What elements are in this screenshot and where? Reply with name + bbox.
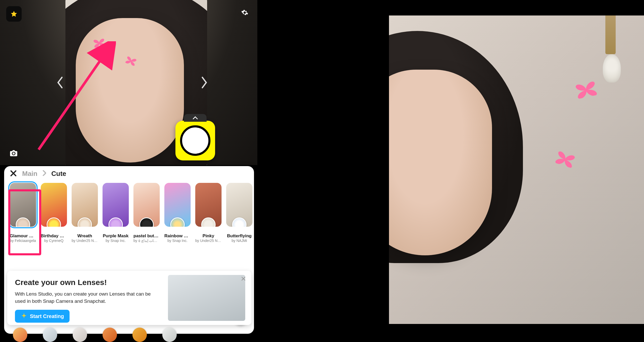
sparkle-icon xyxy=(21,313,27,320)
lens-name: Purple Mask xyxy=(103,233,129,239)
background-lamp xyxy=(605,15,616,54)
lens-icon-peek xyxy=(13,328,27,342)
star-icon xyxy=(10,10,18,18)
camera-output-large xyxy=(389,15,644,324)
lens-author: by Feliciaangela xyxy=(10,239,36,243)
favorites-button[interactable] xyxy=(6,6,22,22)
lens-icon-peek xyxy=(132,328,147,342)
lens-thumbnail xyxy=(133,183,160,227)
chevron-right-icon xyxy=(200,76,208,89)
start-creating-button[interactable]: Start Creating xyxy=(15,310,70,323)
lens-icon-peek xyxy=(162,328,177,342)
lens-thumbnail xyxy=(103,183,129,227)
lens-name: Glamour Bu… xyxy=(10,233,36,239)
lens-name: Rainbow Hair xyxy=(164,233,191,239)
chevron-left-icon xyxy=(56,76,64,89)
snap-camera-window: Main Cute Glamour Bu…by FeliciaangelaBir… xyxy=(0,0,257,209)
lens-badge-icon xyxy=(170,217,185,227)
lens-name: Birthday Bal… xyxy=(41,233,67,239)
gear-icon xyxy=(241,9,248,16)
promo-title: Create your own Lenses! xyxy=(15,278,154,287)
lens-card[interactable]: Rainbow Hairby Snap Inc. xyxy=(164,183,191,243)
previous-lens-button[interactable] xyxy=(54,72,66,93)
lens-card[interactable]: Glamour Bu…by Feliciaangela xyxy=(10,183,36,243)
lens-name: Butterflying xyxy=(226,233,252,239)
butterfly-overlay xyxy=(574,79,598,99)
butterfly-overlay xyxy=(93,37,105,48)
lens-badge-icon xyxy=(16,217,30,227)
promo-thumbnail xyxy=(168,275,245,321)
snapcode-expand-handle[interactable] xyxy=(184,114,207,122)
lens-name: Pinky xyxy=(195,233,222,239)
lens-card[interactable]: Birthday Bal…by CyreneQ xyxy=(41,183,67,243)
lens-thumbnail xyxy=(195,183,222,227)
promo-text: Create your own Lenses! With Lens Studio… xyxy=(15,278,154,318)
lens-name: pastel butte… xyxy=(133,233,160,239)
lens-badge-icon xyxy=(201,217,216,227)
lens-badge-icon xyxy=(108,217,123,227)
lens-author: by CyreneQ xyxy=(41,239,67,243)
butterfly-overlay xyxy=(554,149,577,168)
lens-badge-icon xyxy=(232,217,247,227)
next-lens-button[interactable] xyxy=(198,72,210,93)
lens-icon-peek xyxy=(103,328,117,342)
lens-icon-peek xyxy=(43,328,57,342)
screenshot-composite: Main Cute Glamour Bu…by FeliciaangelaBir… xyxy=(0,0,644,342)
camera-preview-area xyxy=(0,0,257,165)
lens-author: by Snap Inc. xyxy=(164,239,191,243)
close-lens-browser-button[interactable] xyxy=(10,170,17,178)
lens-card[interactable]: Butterflyingby NAJMi xyxy=(226,183,252,243)
take-photo-button[interactable] xyxy=(7,148,20,159)
lens-browser-header: Main Cute xyxy=(4,166,254,181)
lens-card[interactable]: Wreathby Under25 NI… xyxy=(72,183,98,243)
breadcrumb-separator xyxy=(43,170,46,178)
lens-badge-icon xyxy=(78,217,92,227)
lens-thumbnail xyxy=(41,183,67,227)
lens-author: by Under25 NI… xyxy=(195,239,222,243)
lens-author: by لمسات إبداع ٥ xyxy=(133,239,160,243)
lens-card[interactable]: Purple Maskby Snap Inc. xyxy=(103,183,129,243)
start-creating-label: Start Creating xyxy=(30,313,64,319)
lens-card[interactable]: Pinkyby Under25 NI… xyxy=(195,183,222,243)
lens-author: by NAJMi xyxy=(226,239,252,243)
lens-icon-peek xyxy=(73,328,87,342)
lens-thumbnail xyxy=(10,183,36,227)
breadcrumb-root[interactable]: Main xyxy=(22,170,37,178)
lens-row: Glamour Bu…by FeliciaangelaBirthday Bal…… xyxy=(4,181,254,245)
enlarged-preview-panel xyxy=(389,0,644,342)
promo-body: With Lens Studio, you can create your ow… xyxy=(15,290,154,305)
lens-row-peek xyxy=(13,328,177,342)
face-placeholder xyxy=(389,70,492,255)
lens-badge-icon xyxy=(139,217,154,227)
background-bulb xyxy=(603,54,621,83)
lens-thumbnail xyxy=(226,183,252,227)
snapcode-card[interactable] xyxy=(175,121,215,160)
lens-name: Wreath xyxy=(72,233,98,239)
camera-icon xyxy=(10,150,17,157)
settings-button[interactable] xyxy=(238,6,251,19)
lens-author: by Under25 NI… xyxy=(72,239,98,243)
dismiss-promo-button[interactable]: ✕ xyxy=(241,275,246,283)
lens-studio-promo: Create your own Lenses! With Lens Studio… xyxy=(7,271,251,325)
close-icon xyxy=(10,170,17,177)
lens-author: by Snap Inc. xyxy=(103,239,129,243)
chevron-up-icon xyxy=(193,116,198,119)
breadcrumb-current: Cute xyxy=(51,170,66,178)
lens-badge-icon xyxy=(47,217,61,227)
face-placeholder xyxy=(76,18,184,162)
lens-thumbnail xyxy=(164,183,191,227)
lens-thumbnail xyxy=(72,183,98,227)
lens-card[interactable]: pastel butte…by لمسات إبداع ٥ xyxy=(133,183,160,243)
